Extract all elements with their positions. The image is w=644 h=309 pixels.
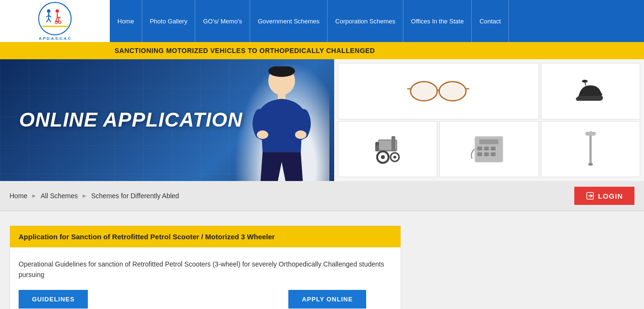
svg-rect-35 <box>479 139 498 144</box>
action-buttons: GUIDELINES APPLY ONLINE <box>19 290 392 309</box>
nav-offices-in-state[interactable]: Offices In the State <box>403 0 472 42</box>
aid-crutch-box <box>541 121 640 178</box>
svg-line-4 <box>46 19 49 22</box>
scheme-card: Application for Sanction of Retrofitted … <box>10 225 401 309</box>
shoe-icon <box>571 77 610 106</box>
nav-government-schemes[interactable]: Government Schemes <box>250 0 327 42</box>
scheme-description: Operational Guidelines for sanction of R… <box>19 259 392 280</box>
main-content: Application for Sanction of Retrofitted … <box>0 211 411 309</box>
logo-image <box>38 2 72 35</box>
nav-gos-memos[interactable]: GO's/ Memo's <box>195 0 250 42</box>
scheme-card-title: Application for Sanction of Retrofitted … <box>19 233 392 241</box>
yellow-banner: SANCTIONING MOTORIZED VEHICLES TO ORTHOP… <box>0 42 644 59</box>
person-figure <box>239 66 325 181</box>
apply-online-button[interactable]: APPLY ONLINE <box>288 290 366 309</box>
svg-rect-37 <box>484 147 489 150</box>
svg-point-14 <box>295 130 306 139</box>
breadcrumb-home[interactable]: Home <box>10 192 27 200</box>
svg-rect-41 <box>491 152 496 156</box>
svg-rect-40 <box>484 152 489 156</box>
svg-point-30 <box>393 156 396 159</box>
svg-point-13 <box>257 130 268 139</box>
aid-communication-box <box>439 121 538 178</box>
breadcrumb-schemes-differently-abled: Schemes for Differently Abled <box>91 192 179 200</box>
svg-rect-38 <box>491 147 496 150</box>
svg-line-5 <box>49 19 51 22</box>
glasses-icon <box>405 77 472 106</box>
aid-glasses-box <box>338 63 539 119</box>
scheme-card-header: Application for Sanction of Retrofitted … <box>10 226 401 247</box>
nav-contact[interactable]: Contact <box>472 0 509 42</box>
nav-home[interactable]: Home <box>110 0 142 42</box>
svg-point-6 <box>55 10 59 13</box>
svg-rect-12 <box>278 93 285 100</box>
breadcrumb-sep-2: ► <box>82 192 87 199</box>
svg-point-29 <box>381 155 385 159</box>
login-label: LOGIN <box>598 192 623 200</box>
scheme-card-body: Operational Guidelines for sanction of R… <box>10 247 401 309</box>
nav-corporation-schemes[interactable]: Corporation Schemes <box>327 0 403 42</box>
svg-rect-39 <box>477 152 482 156</box>
breadcrumb-bar: Home ► All Schemes ► Schemes for Differe… <box>0 181 644 211</box>
aid-shoe-box <box>541 63 640 119</box>
svg-rect-43 <box>585 132 596 136</box>
aid-wheelchair-box <box>338 121 437 178</box>
svg-point-44 <box>588 163 593 166</box>
svg-point-0 <box>47 10 50 13</box>
svg-point-23 <box>582 80 588 83</box>
svg-point-21 <box>441 83 465 99</box>
login-button[interactable]: LOGIN <box>574 187 635 205</box>
logo-area: A.P.D.A.S.C.A.C <box>0 0 110 42</box>
wheelchair-icon <box>369 132 407 166</box>
logo-svg <box>42 8 68 29</box>
main-nav: Home Photo Gallery GO's/ Memo's Governme… <box>110 0 644 42</box>
breadcrumb-sep-1: ► <box>31 192 37 199</box>
login-icon <box>586 192 594 200</box>
svg-point-32 <box>375 142 379 146</box>
header: A.P.D.A.S.C.A.C Home Photo Gallery GO's/… <box>0 0 644 42</box>
hero-section: ONLINE APPLICATION <box>0 59 644 181</box>
logo-text: A.P.D.A.S.C.A.C <box>39 36 71 41</box>
svg-rect-9 <box>42 26 68 27</box>
svg-rect-36 <box>477 147 482 150</box>
nav-photo-gallery[interactable]: Photo Gallery <box>142 0 196 42</box>
svg-rect-26 <box>391 136 395 151</box>
communication-device-icon <box>470 132 508 166</box>
svg-point-8 <box>58 21 61 23</box>
hero-left: ONLINE APPLICATION <box>0 59 334 181</box>
crutch-icon <box>579 130 602 168</box>
hero-right <box>334 59 644 181</box>
hero-title: ONLINE APPLICATION <box>19 109 243 131</box>
banner-text: SANCTIONING MOTORIZED VEHICLES TO ORTHOP… <box>115 47 375 54</box>
svg-point-20 <box>412 83 436 99</box>
person-svg <box>239 66 325 181</box>
breadcrumb-all-schemes[interactable]: All Schemes <box>41 192 78 200</box>
guidelines-button[interactable]: GUIDELINES <box>19 290 88 309</box>
